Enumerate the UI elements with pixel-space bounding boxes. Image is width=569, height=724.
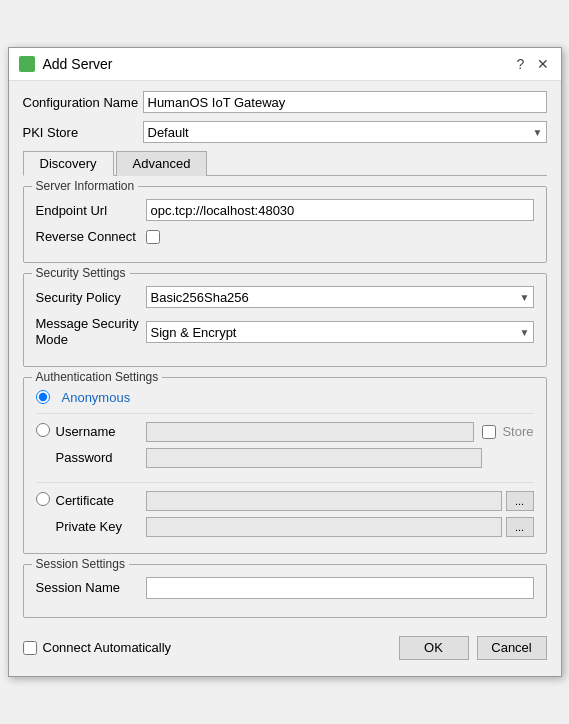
dialog-title: Add Server (43, 56, 113, 72)
password-label: Password (56, 450, 146, 465)
footer-row: Connect Automatically OK Cancel (23, 628, 547, 664)
endpoint-url-row: Endpoint Url (36, 199, 534, 221)
tab-discovery[interactable]: Discovery (23, 151, 114, 176)
config-name-label: Configuration Name (23, 95, 143, 110)
private-key-browse-button[interactable]: ... (506, 517, 534, 537)
anonymous-row: Anonymous (36, 390, 534, 414)
session-name-row: Session Name (36, 577, 534, 599)
security-policy-select[interactable]: Basic256Sha256 None Basic128Rsa15 Basic2… (146, 286, 534, 308)
anonymous-label: Anonymous (62, 390, 131, 405)
session-settings-group: Session Settings Session Name (23, 564, 547, 618)
title-controls: ? ✕ (513, 56, 551, 72)
cancel-button[interactable]: Cancel (477, 636, 547, 660)
session-name-label: Session Name (36, 580, 146, 595)
auth-settings-content: Anonymous Username Store (36, 390, 534, 537)
certificate-row: Certificate ... (36, 491, 534, 511)
endpoint-url-label: Endpoint Url (36, 203, 146, 218)
password-input[interactable] (146, 448, 482, 468)
ok-button[interactable]: OK (399, 636, 469, 660)
security-settings-content: Security Policy Basic256Sha256 None Basi… (36, 286, 534, 347)
username-radio-cell (36, 423, 56, 440)
session-name-input[interactable] (146, 577, 534, 599)
config-name-input[interactable] (143, 91, 547, 113)
connect-auto-checkbox[interactable] (23, 641, 37, 655)
session-settings-content: Session Name (36, 577, 534, 599)
action-buttons: OK Cancel (399, 636, 547, 660)
certificate-section: Certificate ... Private Key ... (36, 491, 534, 537)
reverse-connect-label: Reverse Connect (36, 229, 146, 244)
title-bar-left: Add Server (19, 56, 113, 72)
certificate-input[interactable] (146, 491, 502, 511)
pki-store-label: PKI Store (23, 125, 143, 140)
app-icon (19, 56, 35, 72)
reverse-connect-row: Reverse Connect (36, 229, 534, 244)
pki-store-select[interactable]: Default (143, 121, 547, 143)
tab-advanced[interactable]: Advanced (116, 151, 208, 176)
help-button[interactable]: ? (513, 56, 529, 72)
private-key-row: Private Key ... (36, 517, 534, 537)
username-label: Username (56, 424, 146, 439)
security-settings-title: Security Settings (32, 266, 130, 280)
store-label: Store (502, 424, 533, 439)
close-button[interactable]: ✕ (535, 56, 551, 72)
server-info-content: Endpoint Url Reverse Connect (36, 199, 534, 244)
server-info-group: Server Information Endpoint Url Reverse … (23, 186, 547, 263)
username-row: Username Store (36, 422, 534, 442)
tabs: Discovery Advanced (23, 151, 547, 176)
anonymous-radio[interactable] (36, 390, 50, 404)
endpoint-url-input[interactable] (146, 199, 534, 221)
security-policy-row: Security Policy Basic256Sha256 None Basi… (36, 286, 534, 308)
reverse-connect-checkbox[interactable] (146, 230, 160, 244)
security-settings-group: Security Settings Security Policy Basic2… (23, 273, 547, 366)
session-settings-title: Session Settings (32, 557, 129, 571)
message-security-mode-label: Message Security Mode (36, 316, 146, 347)
message-security-mode-select[interactable]: Sign & Encrypt None Sign (146, 321, 534, 343)
security-policy-select-wrapper: Basic256Sha256 None Basic128Rsa15 Basic2… (146, 286, 534, 308)
username-input[interactable] (146, 422, 475, 442)
security-policy-label: Security Policy (36, 290, 146, 305)
pki-store-select-wrapper: Default ▼ (143, 121, 547, 143)
dialog-content: Configuration Name PKI Store Default ▼ D… (9, 81, 561, 675)
certificate-browse-button[interactable]: ... (506, 491, 534, 511)
server-info-title: Server Information (32, 179, 139, 193)
connect-auto-row: Connect Automatically (23, 640, 172, 655)
pki-store-row: PKI Store Default ▼ (23, 121, 547, 143)
certificate-label: Certificate (56, 493, 146, 508)
password-row: Password (36, 448, 534, 468)
auth-settings-group: Authentication Settings Anonymous Userna… (23, 377, 547, 554)
add-server-dialog: Add Server ? ✕ Configuration Name PKI St… (8, 47, 562, 676)
title-bar: Add Server ? ✕ (9, 48, 561, 81)
config-name-row: Configuration Name (23, 91, 547, 113)
auth-settings-title: Authentication Settings (32, 370, 163, 384)
private-key-input[interactable] (146, 517, 502, 537)
certificate-radio[interactable] (36, 492, 50, 506)
username-section: Username Store Password (36, 422, 534, 483)
store-checkbox[interactable] (482, 425, 496, 439)
message-security-mode-row: Message Security Mode Sign & Encrypt Non… (36, 316, 534, 347)
username-radio[interactable] (36, 423, 50, 437)
private-key-label: Private Key (56, 519, 146, 534)
message-security-mode-select-wrapper: Sign & Encrypt None Sign ▼ (146, 321, 534, 343)
connect-auto-label: Connect Automatically (43, 640, 172, 655)
certificate-radio-cell (36, 492, 56, 509)
